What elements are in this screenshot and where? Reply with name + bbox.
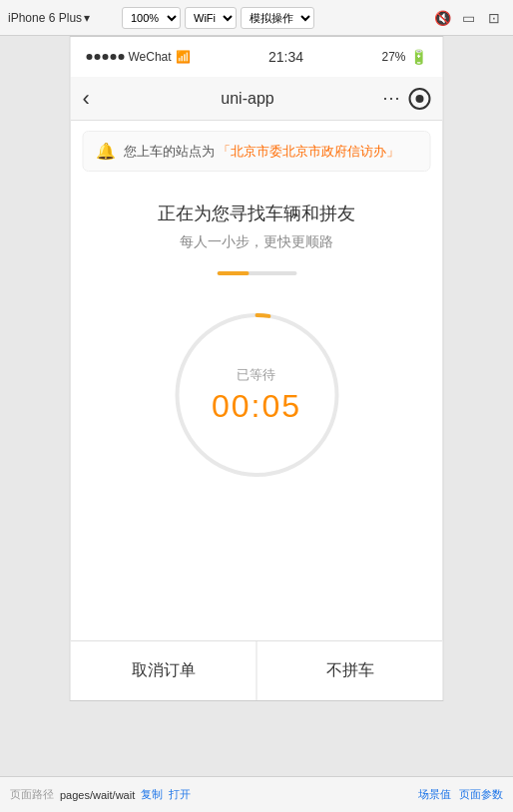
battery-select[interactable]: 100%	[122, 7, 181, 29]
scene-value-button[interactable]: 场景值	[418, 787, 451, 802]
notification-text: 您上车的站点为 「北京市委北京市政府信访办」	[124, 143, 400, 161]
nav-title: uni-app	[221, 90, 273, 108]
battery-area: 27% 🔋	[381, 49, 426, 65]
battery-icon: 🔋	[410, 49, 427, 65]
sound-icon[interactable]: 🔇	[431, 7, 453, 29]
battery-percent: 27%	[381, 50, 405, 64]
waited-label: 已等待	[212, 366, 301, 384]
device-label: iPhone 6 Plus	[8, 11, 82, 25]
open-button[interactable]: 打开	[169, 787, 191, 802]
main-content: 正在为您寻找车辆和拼友 每人一小步，更快更顺路 已等待 00:05	[71, 182, 443, 485]
signal-area: WeChat 📶	[87, 50, 191, 64]
timer-inner: 已等待 00:05	[212, 366, 301, 425]
dot1	[87, 54, 93, 60]
notification-link[interactable]: 「北京市委北京市政府信访办」	[218, 144, 399, 159]
cancel-order-button[interactable]: 取消订单	[71, 641, 257, 700]
device-selector[interactable]: iPhone 6 Plus ▾	[8, 11, 118, 25]
network-select[interactable]: WiFi	[185, 7, 237, 29]
path-right-actions: 场景值 页面参数	[418, 787, 503, 802]
dot2	[95, 54, 101, 60]
progress-bar	[217, 271, 296, 275]
timer-circle: 已等待 00:05	[167, 305, 346, 485]
path-value: pages/wait/wait	[60, 789, 135, 801]
copy-button[interactable]: 复制	[141, 787, 163, 802]
status-time: 21:34	[268, 49, 303, 65]
no-carpool-button[interactable]: 不拼车	[257, 641, 443, 700]
bottom-path-bar: 页面路径 pages/wait/wait 复制 打开 场景值 页面参数	[0, 776, 513, 812]
page-params-button[interactable]: 页面参数	[459, 787, 503, 802]
status-bar: WeChat 📶 21:34 27% 🔋	[71, 37, 443, 77]
screen-icon[interactable]: ▭	[457, 7, 479, 29]
notification-banner: 🔔 您上车的站点为 「北京市委北京市政府信访办」	[83, 131, 431, 172]
expand-icon[interactable]: ⊡	[483, 7, 505, 29]
record-button[interactable]	[408, 88, 430, 110]
path-label: 页面路径	[10, 787, 54, 802]
bottom-buttons: 取消订单 不拼车	[71, 640, 443, 700]
carrier-name: WeChat	[129, 50, 172, 64]
signal-dots	[87, 54, 125, 60]
mode-select[interactable]: 模拟操作	[241, 7, 314, 29]
bell-icon: 🔔	[96, 142, 116, 161]
searching-subtitle: 每人一小步，更快更顺路	[91, 233, 423, 251]
nav-bar: ‹ uni-app ···	[71, 77, 443, 121]
searching-title: 正在为您寻找车辆和拼友	[91, 202, 423, 225]
dot5	[119, 54, 125, 60]
toolbar: iPhone 6 Plus ▾ 100% WiFi 模拟操作 🔇 ▭ ⊡	[0, 0, 513, 36]
timer-display: 00:05	[212, 388, 301, 425]
more-button[interactable]: ···	[382, 88, 400, 109]
back-button[interactable]: ‹	[83, 86, 113, 112]
progress-fill	[217, 271, 249, 275]
dot4	[111, 54, 117, 60]
record-icon	[415, 95, 423, 103]
chevron-down-icon: ▾	[84, 11, 90, 25]
phone-frame: WeChat 📶 21:34 27% 🔋 ‹ uni-app ··· 🔔 您上车…	[70, 36, 444, 701]
nav-right-actions: ···	[382, 88, 430, 110]
dot3	[103, 54, 109, 60]
wifi-icon: 📶	[176, 50, 191, 64]
